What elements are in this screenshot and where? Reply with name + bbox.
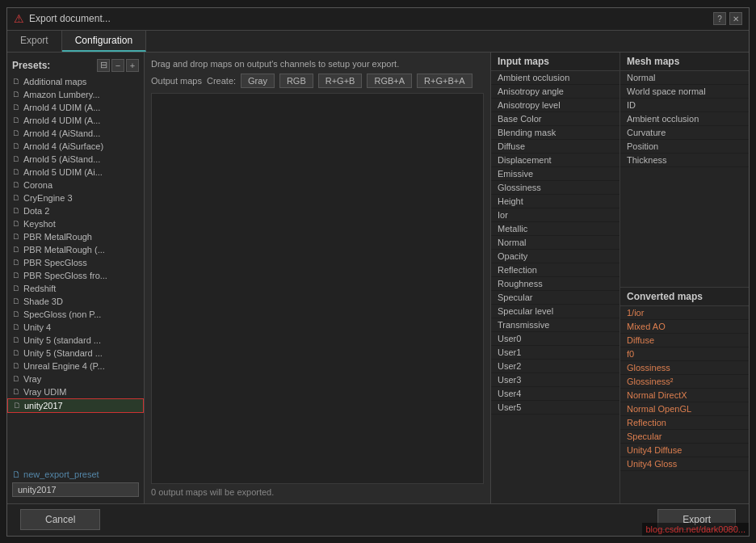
list-item[interactable]: 🗋Arnold 4 (AiStand... <box>7 127 144 140</box>
map-item[interactable]: User5 <box>491 401 620 415</box>
map-item[interactable]: Metallic <box>491 222 620 236</box>
map-item[interactable]: Blending mask <box>491 126 620 140</box>
map-item[interactable]: Specular level <box>491 305 620 318</box>
format-r-g-b-btn[interactable]: R+G+B <box>318 74 363 88</box>
map-item[interactable]: Curvature <box>620 126 749 140</box>
map-item[interactable]: Ambient occlusion <box>620 112 749 126</box>
map-item[interactable]: User0 <box>491 332 620 346</box>
preset-page-btn[interactable]: ⊟ <box>97 59 110 72</box>
map-item[interactable]: Unity4 Diffuse <box>620 444 749 457</box>
list-item[interactable]: 🗋Arnold 5 UDIM (Ai... <box>7 166 144 179</box>
file-icon: 🗋 <box>12 245 20 254</box>
file-icon: 🗋 <box>12 284 20 293</box>
list-item[interactable]: 🗋Unity 4 <box>7 321 144 334</box>
format-rgb-btn[interactable]: RGB <box>279 74 313 88</box>
list-item[interactable]: 🗋Arnold 5 (AiStand... <box>7 153 144 166</box>
close-button[interactable]: ✕ <box>729 12 742 25</box>
list-item[interactable]: 🗋Amazon Lumbery... <box>7 88 144 101</box>
list-item[interactable]: 🗋Keyshot <box>7 217 144 230</box>
list-item[interactable]: 🗋Arnold 4 UDIM (A... <box>7 101 144 114</box>
cancel-button[interactable]: Cancel <box>20 509 100 530</box>
list-item[interactable]: 🗋PBR SpecGloss <box>7 256 144 269</box>
list-item[interactable]: 🗋Arnold 4 UDIM (A... <box>7 114 144 127</box>
map-item[interactable]: World space normal <box>620 85 749 99</box>
list-item[interactable]: 🗋Shade 3D <box>7 295 144 308</box>
file-icon: 🗋 <box>12 167 20 176</box>
list-item[interactable]: 🗋PBR SpecGloss fro... <box>7 269 144 282</box>
file-icon: 🗋 <box>12 361 20 370</box>
map-item[interactable]: Emissive <box>491 167 620 181</box>
list-item-selected[interactable]: 🗋unity2017 <box>7 398 144 413</box>
map-item[interactable]: Transmissive <box>491 318 620 332</box>
map-item[interactable]: ID <box>620 99 749 112</box>
map-item[interactable]: Base Color <box>491 112 620 126</box>
tab-export[interactable]: Export <box>7 31 62 52</box>
file-icon: 🗋 <box>12 258 20 267</box>
preset-list: 🗋Additional maps 🗋Amazon Lumbery... 🗋Arn… <box>7 75 144 468</box>
map-item[interactable]: Glossiness <box>620 361 749 375</box>
map-item[interactable]: User2 <box>491 360 620 373</box>
map-item[interactable]: Diffuse <box>620 334 749 347</box>
list-item[interactable]: 🗋Corona <box>7 179 144 192</box>
map-item[interactable]: f0 <box>620 347 749 361</box>
preset-minus-btn[interactable]: − <box>111 59 124 72</box>
map-item[interactable]: Specular <box>620 430 749 444</box>
list-item[interactable]: 🗋CryEngine 3 <box>7 192 144 204</box>
help-button[interactable]: ? <box>713 12 726 25</box>
map-item[interactable]: Normal <box>620 71 749 85</box>
file-icon: 🗋 <box>12 154 20 163</box>
map-item[interactable]: Normal <box>491 236 620 250</box>
map-item[interactable]: Anisotropy angle <box>491 85 620 99</box>
map-item[interactable]: Glossiness <box>491 181 620 195</box>
bottom-bar: Cancel Export <box>7 503 749 536</box>
list-item[interactable]: 🗋PBR MetalRough (... <box>7 243 144 256</box>
map-item[interactable]: Glossiness² <box>620 375 749 389</box>
file-icon: 🗋 <box>12 374 20 383</box>
map-item[interactable]: User4 <box>491 387 620 401</box>
list-item[interactable]: 🗋Vray UDIM <box>7 385 144 398</box>
preset-tooltip: unity2017 <box>12 482 139 497</box>
list-item[interactable]: 🗋Vray <box>7 373 144 385</box>
map-item[interactable]: Anisotropy level <box>491 99 620 112</box>
map-item[interactable]: Specular <box>491 291 620 305</box>
list-item[interactable]: 🗋PBR MetalRough <box>7 230 144 243</box>
list-item[interactable]: 🗋Redshift <box>7 282 144 295</box>
map-item[interactable]: Ambient occlusion <box>491 71 620 85</box>
map-item[interactable]: User3 <box>491 373 620 387</box>
map-item[interactable]: User1 <box>491 346 620 360</box>
new-export-link[interactable]: 🗋 new_export_preset <box>7 468 144 481</box>
left-panel: Presets: ⊟ − + 🗋Additional maps 🗋Amazon … <box>7 53 145 503</box>
export-dialog: ⚠ Export document... ? ✕ Export Configur… <box>6 7 750 537</box>
list-item[interactable]: 🗋Unity 5 (standard ... <box>7 334 144 347</box>
list-item[interactable]: 🗋Arnold 4 (AiSurface) <box>7 140 144 153</box>
list-item[interactable]: 🗋Dota 2 <box>7 204 144 217</box>
map-item[interactable]: Reflection <box>620 416 749 430</box>
map-item[interactable]: 1/ior <box>620 306 749 320</box>
map-item[interactable]: Mixed AO <box>620 320 749 334</box>
preset-plus-btn[interactable]: + <box>126 59 139 72</box>
map-item[interactable]: Ior <box>491 208 620 222</box>
format-rgb-a-btn[interactable]: RGB+A <box>367 74 412 88</box>
map-item[interactable]: Displacement <box>491 154 620 167</box>
map-item[interactable]: Thickness <box>620 154 749 167</box>
map-item[interactable]: Reflection <box>491 263 620 277</box>
input-maps-header: Input maps <box>491 53 620 71</box>
map-item[interactable]: Height <box>491 195 620 208</box>
map-item[interactable]: Unity4 Gloss <box>620 457 749 471</box>
tab-configuration[interactable]: Configuration <box>62 31 146 52</box>
map-item[interactable]: Normal OpenGL <box>620 402 749 416</box>
file-icon: 🗋 <box>12 309 20 318</box>
map-item[interactable]: Opacity <box>491 250 620 263</box>
list-item[interactable]: 🗋Additional maps <box>7 75 144 88</box>
map-item[interactable]: Normal DirectX <box>620 389 749 402</box>
presets-label: Presets: <box>12 60 50 71</box>
map-item[interactable]: Position <box>620 140 749 154</box>
list-item[interactable]: 🗋Unity 5 (Standard ... <box>7 347 144 360</box>
format-gray-btn[interactable]: Gray <box>241 74 275 88</box>
map-item[interactable]: Diffuse <box>491 140 620 154</box>
map-item[interactable]: Roughness <box>491 277 620 291</box>
list-item[interactable]: 🗋Unreal Engine 4 (P... <box>7 360 144 373</box>
output-maps-area <box>151 93 484 484</box>
format-r-g-b-a-btn[interactable]: R+G+B+A <box>417 74 472 88</box>
list-item[interactable]: 🗋SpecGloss (non P... <box>7 308 144 321</box>
